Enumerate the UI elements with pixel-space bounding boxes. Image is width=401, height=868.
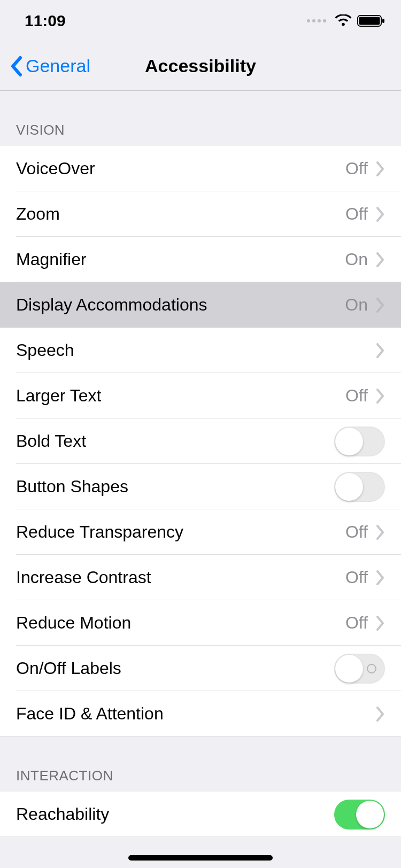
row-label: Zoom: [16, 204, 345, 224]
row-label: Reachability: [16, 804, 334, 824]
row-value: Off: [345, 613, 368, 633]
row-value: Off: [345, 159, 368, 179]
row-bold-text[interactable]: Bold Text: [0, 418, 401, 464]
row-label: Speech: [16, 340, 376, 360]
row-larger-text[interactable]: Larger Text Off: [0, 373, 401, 418]
row-value: Off: [345, 204, 368, 224]
row-label: Reduce Motion: [16, 613, 345, 633]
chevron-right-icon: [376, 252, 385, 267]
chevron-right-icon: [376, 616, 385, 631]
row-label: Face ID & Attention: [16, 704, 376, 724]
row-label: Increase Contrast: [16, 568, 345, 587]
row-faceid-attention[interactable]: Face ID & Attention: [0, 691, 401, 737]
svg-rect-2: [382, 19, 384, 23]
back-button[interactable]: General: [10, 56, 90, 77]
svg-rect-1: [359, 17, 380, 25]
cellular-dots-icon: [307, 19, 326, 22]
back-label: General: [26, 56, 90, 76]
toggle-reachability[interactable]: [334, 800, 385, 830]
chevron-right-icon: [376, 343, 385, 358]
row-reduce-motion[interactable]: Reduce Motion Off: [0, 600, 401, 646]
row-zoom[interactable]: Zoom Off: [0, 191, 401, 237]
row-label: VoiceOver: [16, 159, 345, 179]
row-label: Larger Text: [16, 386, 345, 406]
status-bar: 11:09: [0, 0, 401, 42]
row-increase-contrast[interactable]: Increase Contrast Off: [0, 555, 401, 600]
home-indicator[interactable]: [128, 855, 273, 861]
vision-group: VoiceOver Off Zoom Off Magnifier On Disp…: [0, 146, 401, 737]
row-reachability[interactable]: Reachability: [0, 792, 401, 837]
row-label: Magnifier: [16, 250, 345, 269]
chevron-right-icon: [376, 570, 385, 585]
row-label: Bold Text: [16, 431, 334, 451]
chevron-left-icon: [10, 56, 22, 77]
row-speech[interactable]: Speech: [0, 328, 401, 373]
section-header-interaction: INTERACTION: [0, 737, 401, 792]
chevron-right-icon: [376, 298, 385, 313]
chevron-right-icon: [376, 389, 385, 404]
row-button-shapes[interactable]: Button Shapes: [0, 464, 401, 509]
chevron-right-icon: [376, 525, 385, 540]
row-label: Reduce Transparency: [16, 522, 345, 542]
row-value: Off: [345, 386, 368, 406]
row-value: On: [345, 250, 368, 269]
row-display-accommodations[interactable]: Display Accommodations On: [0, 282, 401, 328]
row-value: Off: [345, 522, 368, 542]
nav-bar: General Accessibility: [0, 42, 401, 91]
row-label: On/Off Labels: [16, 658, 334, 678]
toggle-onoff-labels[interactable]: [334, 654, 385, 684]
row-label: Display Accommodations: [16, 295, 345, 315]
wifi-icon: [335, 14, 352, 27]
chevron-right-icon: [376, 707, 385, 722]
chevron-right-icon: [376, 207, 385, 222]
battery-icon: [357, 14, 385, 27]
section-header-vision: VISION: [0, 91, 401, 146]
toggle-bold-text[interactable]: [334, 427, 385, 456]
row-label: Button Shapes: [16, 477, 334, 497]
toggle-button-shapes[interactable]: [334, 472, 385, 502]
row-value: Off: [345, 568, 368, 587]
row-reduce-transparency[interactable]: Reduce Transparency Off: [0, 509, 401, 555]
interaction-group: Reachability: [0, 792, 401, 837]
row-onoff-labels[interactable]: On/Off Labels: [0, 646, 401, 691]
chevron-right-icon: [376, 161, 385, 176]
row-value: On: [345, 295, 368, 315]
status-time: 11:09: [25, 12, 66, 30]
status-icons: [307, 14, 385, 27]
row-voiceover[interactable]: VoiceOver Off: [0, 146, 401, 191]
row-magnifier[interactable]: Magnifier On: [0, 237, 401, 282]
